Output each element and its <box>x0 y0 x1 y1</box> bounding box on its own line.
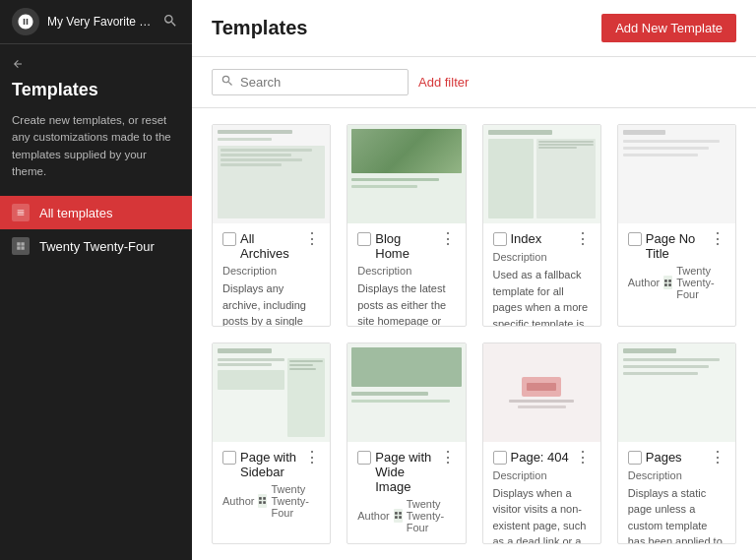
twenty-twenty-four-label: Twenty Twenty-Four <box>39 239 155 254</box>
template-checkbox-page-with-sidebar[interactable] <box>222 451 236 465</box>
template-menu-button-page-no-title[interactable]: ⋮ <box>710 231 725 247</box>
theme-icon-page-with-sidebar <box>258 494 267 508</box>
template-checkbox-all-archives[interactable] <box>222 232 236 246</box>
template-card-header-page-with-wide-image: Page with Wide Image ⋮ <box>357 450 455 494</box>
template-checkbox-blog-home[interactable] <box>357 232 371 246</box>
template-preview-page-with-wide-image <box>347 343 465 442</box>
template-card-page-with-wide-image[interactable]: Page with Wide Image ⋮ Author Twenty Twe… <box>346 342 466 545</box>
svg-rect-25 <box>399 512 402 515</box>
svg-rect-1 <box>21 242 24 245</box>
svg-rect-24 <box>395 512 398 515</box>
main-content: Templates Add New Template Add filter <box>192 0 756 560</box>
template-card-all-archives[interactable]: All Archives ⋮ Description Displays any … <box>212 124 331 327</box>
template-card-header-index: Index ⋮ <box>493 231 591 247</box>
template-type-label-blog-home: Description <box>357 265 455 277</box>
sidebar: My Very Favorite Recipes Templates Creat… <box>0 0 192 560</box>
template-name-page-with-sidebar: Page with Sidebar <box>240 450 300 479</box>
template-preview-pages <box>618 343 735 442</box>
sidebar-item-all-templates[interactable]: All templates <box>0 196 192 229</box>
template-preview-page-with-sidebar <box>213 343 330 442</box>
svg-rect-27 <box>399 516 402 519</box>
template-card-body-page-404: Page: 404 ⋮ Description Displays when a … <box>483 442 600 545</box>
search-input[interactable] <box>240 75 406 90</box>
template-card-body-index: Index ⋮ Description Used as a fallback t… <box>483 223 600 327</box>
template-card-body-all-archives: All Archives ⋮ Description Displays any … <box>213 223 330 327</box>
svg-rect-26 <box>395 516 398 519</box>
svg-rect-21 <box>264 497 267 500</box>
template-card-page-with-sidebar[interactable]: Page with Sidebar ⋮ Author Twenty Twenty… <box>212 342 331 545</box>
template-checkbox-pages[interactable] <box>628 451 642 465</box>
add-new-template-button[interactable]: Add New Template <box>601 14 736 42</box>
template-preview-page-no-title <box>618 125 735 223</box>
template-name-pages: Pages <box>646 450 706 465</box>
template-checkbox-page-with-wide-image[interactable] <box>357 451 371 465</box>
template-menu-button-page-with-wide-image[interactable]: ⋮ <box>440 450 456 466</box>
svg-rect-3 <box>21 246 24 249</box>
template-menu-button-index[interactable]: ⋮ <box>575 231 591 247</box>
template-author-page-no-title: Author Twenty Twenty-Four <box>628 265 725 300</box>
template-card-header-blog-home: Blog Home ⋮ <box>357 231 455 261</box>
templates-grid: All Archives ⋮ Description Displays any … <box>192 108 756 560</box>
template-checkbox-page-404[interactable] <box>493 451 507 465</box>
template-name-blog-home: Blog Home <box>375 231 435 261</box>
template-card-page-no-title[interactable]: Page No Title ⋮ Author Twenty Twenty-Fou… <box>617 124 736 327</box>
template-desc-all-archives: Displays any archive, including posts by… <box>222 280 320 327</box>
template-menu-button-pages[interactable]: ⋮ <box>710 450 725 466</box>
template-preview-index <box>483 125 600 223</box>
template-menu-button-page-404[interactable]: ⋮ <box>575 450 591 466</box>
template-card-header-page-404: Page: 404 ⋮ <box>493 450 591 466</box>
theme-name-page-no-title: Twenty Twenty-Four <box>676 265 725 300</box>
template-card-header-page-with-sidebar: Page with Sidebar ⋮ <box>222 450 320 479</box>
sidebar-nav: All templates Twenty Twenty-Four <box>0 196 192 560</box>
theme-name-page-with-wide-image: Twenty Twenty-Four <box>407 498 456 533</box>
template-type-label-pages: Description <box>628 469 725 481</box>
theme-icon-page-no-title <box>663 276 672 289</box>
template-card-blog-home[interactable]: Blog Home ⋮ Description Displays the lat… <box>346 124 466 327</box>
svg-rect-17 <box>668 280 671 282</box>
all-templates-label: All templates <box>39 206 112 220</box>
template-name-page-no-title: Page No Title <box>646 231 706 261</box>
template-card-body-blog-home: Blog Home ⋮ Description Displays the lat… <box>347 223 465 327</box>
template-menu-button-page-with-sidebar[interactable]: ⋮ <box>304 450 320 466</box>
template-menu-button-all-archives[interactable]: ⋮ <box>304 231 320 247</box>
sidebar-header: My Very Favorite Recipes <box>0 0 192 44</box>
page-title: Templates <box>212 17 307 39</box>
template-author-page-with-wide-image: Author Twenty Twenty-Four <box>357 498 455 533</box>
template-card-pages[interactable]: Pages ⋮ Description Displays a static pa… <box>617 342 736 545</box>
search-box[interactable] <box>212 69 409 95</box>
theme-name-page-with-sidebar: Twenty Twenty-Four <box>271 483 320 519</box>
sidebar-item-twenty-twenty-four[interactable]: Twenty Twenty-Four <box>0 229 192 263</box>
template-preview-blog-home <box>347 125 465 223</box>
template-name-index: Index <box>511 231 571 246</box>
template-name-page-with-wide-image: Page with Wide Image <box>375 450 435 494</box>
template-desc-index: Used as a fallback template for all page… <box>493 267 591 327</box>
template-card-body-pages: Pages ⋮ Description Displays a static pa… <box>618 442 735 545</box>
sidebar-back-button[interactable] <box>0 44 192 76</box>
svg-rect-0 <box>17 242 20 245</box>
svg-rect-20 <box>260 497 263 500</box>
sidebar-description: Create new templates, or reset any custo… <box>0 112 192 196</box>
template-name-page-404: Page: 404 <box>511 450 571 465</box>
theme-icon-page-with-wide-image <box>394 509 403 523</box>
template-card-page-404[interactable]: Page: 404 ⋮ Description Displays when a … <box>482 342 601 545</box>
template-type-label-index: Description <box>493 251 591 263</box>
author-label-page-with-wide-image: Author <box>357 510 389 522</box>
sidebar-search-button[interactable] <box>160 11 180 33</box>
template-card-body-page-no-title: Page No Title ⋮ Author Twenty Twenty-Fou… <box>618 223 735 310</box>
svg-rect-19 <box>668 283 671 286</box>
twenty-twenty-four-icon <box>12 237 30 255</box>
template-checkbox-page-no-title[interactable] <box>628 232 642 246</box>
add-filter-button[interactable]: Add filter <box>418 71 469 93</box>
all-templates-icon <box>12 204 30 221</box>
author-label-page-no-title: Author <box>628 277 660 288</box>
template-card-header-page-no-title: Page No Title ⋮ <box>628 231 725 261</box>
template-checkbox-index[interactable] <box>493 232 507 246</box>
svg-rect-22 <box>260 501 263 504</box>
toolbar: Add filter <box>192 57 756 108</box>
sidebar-title: Templates <box>0 76 192 112</box>
template-card-index[interactable]: Index ⋮ Description Used as a fallback t… <box>482 124 601 327</box>
template-card-header-all-archives: All Archives ⋮ <box>222 231 320 261</box>
svg-rect-23 <box>264 501 267 504</box>
template-card-body-page-with-sidebar: Page with Sidebar ⋮ Author Twenty Twenty… <box>213 442 330 529</box>
template-menu-button-blog-home[interactable]: ⋮ <box>440 231 456 247</box>
